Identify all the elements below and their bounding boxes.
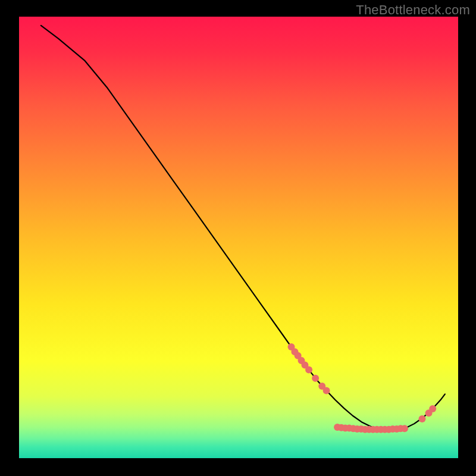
- watermark-text: TheBottleneck.com: [356, 2, 470, 18]
- data-marker: [418, 415, 425, 422]
- chart-container: TheBottleneck.com: [0, 0, 476, 476]
- bottleneck-chart: [0, 0, 476, 476]
- data-marker: [323, 387, 330, 394]
- plot-background: [19, 17, 458, 458]
- data-marker: [429, 405, 436, 412]
- data-marker: [312, 375, 319, 382]
- data-marker: [305, 367, 312, 374]
- data-marker: [401, 425, 408, 432]
